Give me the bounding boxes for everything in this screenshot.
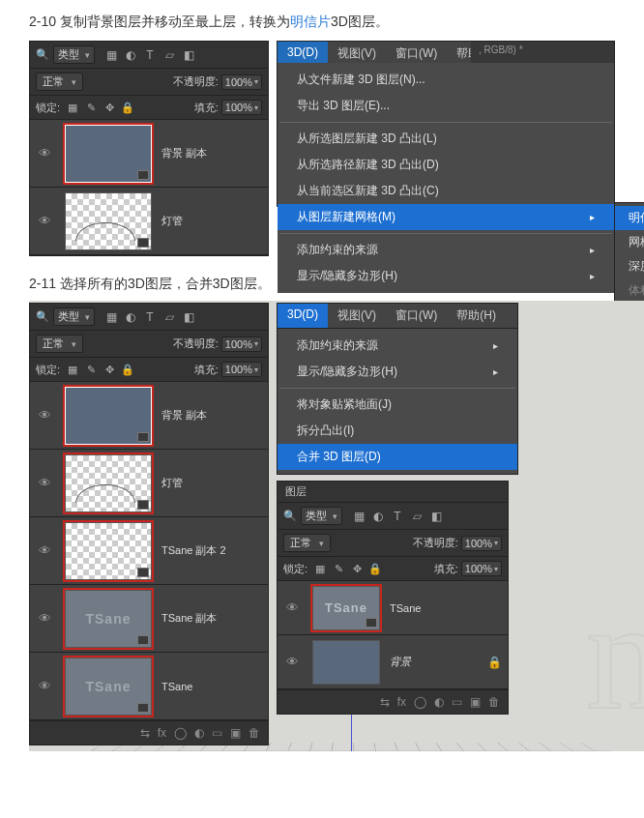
layer-thumb[interactable]: TSane (65, 657, 152, 716)
menu-help[interactable]: 帮助(H) (447, 304, 506, 328)
adjustment-icon[interactable]: ◐ (194, 726, 204, 740)
mi-add-constraint[interactable]: 添加约束的来源 (278, 237, 614, 263)
fill-value[interactable]: 100% (221, 100, 262, 115)
visibility-icon[interactable]: 👁 (30, 679, 59, 693)
lock-pixels-icon[interactable]: ▦ (66, 101, 79, 114)
mi-new-mesh[interactable]: 从图层新建网格(M) (278, 204, 614, 230)
lock-brush-icon[interactable]: ✎ (84, 363, 98, 376)
layer-row[interactable]: 👁 TSane TSane (30, 653, 268, 720)
layer-thumb[interactable] (312, 640, 380, 685)
filter-shape-icon[interactable]: ▱ (162, 48, 176, 62)
layer-thumb[interactable] (65, 387, 152, 445)
smi-postcard[interactable]: 明信片(P) (615, 206, 644, 230)
filter-type-icon[interactable]: T (391, 510, 404, 523)
layer-thumb[interactable] (65, 522, 152, 580)
layer-filter-kind[interactable]: 类型 (53, 45, 95, 64)
opacity-value[interactable]: 100% (221, 336, 262, 352)
mi-add-constraint[interactable]: 添加约束的来源 (278, 333, 517, 359)
layer-filter-kind[interactable]: 类型 (301, 507, 342, 525)
blend-mode-select[interactable]: 正常 (36, 73, 83, 91)
group-icon[interactable]: ▭ (452, 695, 462, 709)
group-icon[interactable]: ▭ (212, 726, 222, 740)
layer-name: TSane 副本 2 (161, 543, 268, 558)
layer-row[interactable]: 👁 背景 副本 (30, 120, 268, 188)
visibility-icon[interactable]: 👁 (278, 600, 307, 615)
filter-adjust-icon[interactable]: ◐ (124, 48, 137, 62)
menu-view[interactable]: 视图(V) (328, 304, 386, 328)
lock-pixels-icon[interactable]: ▦ (313, 562, 327, 575)
layer-thumb[interactable] (65, 454, 152, 512)
lock-position-icon[interactable]: ✥ (102, 101, 116, 114)
blend-mode-select[interactable]: 正常 (283, 534, 331, 552)
mi-snap-ground[interactable]: 将对象贴紧地面(J) (278, 392, 517, 418)
link-layers-icon[interactable]: ⇆ (140, 726, 150, 740)
menu-3d[interactable]: 3D(D) (278, 304, 328, 328)
layer-row[interactable]: 👁 背景 🔒 (278, 635, 508, 689)
filter-smart-icon[interactable]: ◧ (182, 310, 195, 324)
layer-filter-kind[interactable]: 类型 (53, 307, 95, 326)
visibility-icon[interactable]: 👁 (30, 476, 59, 490)
lock-position-icon[interactable]: ✥ (102, 363, 116, 376)
menu-window[interactable]: 窗口(W) (386, 304, 447, 328)
fill-value[interactable]: 100% (461, 561, 502, 576)
fx-icon[interactable]: fx (158, 726, 166, 740)
filter-adjust-icon[interactable]: ◐ (371, 510, 385, 523)
mi-extrude-path[interactable]: 从所选路径新建 3D 凸出(D) (278, 152, 614, 178)
lock-brush-icon[interactable]: ✎ (332, 562, 345, 575)
layer-row[interactable]: 👁 TSane TSane 副本 (30, 585, 268, 653)
link-layers-icon[interactable]: ⇆ (380, 695, 390, 709)
visibility-icon[interactable]: 👁 (30, 611, 59, 626)
doc-tab[interactable]: , RGB/8) * (471, 42, 614, 63)
mi-split-extrude[interactable]: 拆分凸出(I) (278, 418, 517, 444)
mi-new-from-file[interactable]: 从文件新建 3D 图层(N)... (278, 67, 614, 93)
new-layer-icon[interactable]: ▣ (470, 695, 481, 709)
mi-export-3d[interactable]: 导出 3D 图层(E)... (278, 93, 614, 119)
filter-type-icon[interactable]: T (143, 48, 157, 62)
trash-icon[interactable]: 🗑 (488, 695, 500, 709)
filter-image-icon[interactable]: ▦ (104, 48, 118, 62)
opacity-value[interactable]: 100% (461, 536, 502, 551)
mi-extrude-selection[interactable]: 从当前选区新建 3D 凸出(C) (278, 178, 614, 204)
filter-smart-icon[interactable]: ◧ (429, 510, 443, 523)
lock-pixels-icon[interactable]: ▦ (66, 363, 79, 376)
visibility-icon[interactable]: 👁 (278, 655, 307, 669)
layer-thumb[interactable] (65, 192, 152, 250)
visibility-icon[interactable]: 👁 (30, 543, 59, 558)
lock-position-icon[interactable]: ✥ (350, 562, 364, 575)
lock-all-icon[interactable]: 🔒 (121, 363, 134, 376)
filter-image-icon[interactable]: ▦ (104, 310, 118, 324)
lock-all-icon[interactable]: 🔒 (121, 101, 134, 114)
lock-brush-icon[interactable]: ✎ (84, 101, 98, 114)
trash-icon[interactable]: 🗑 (249, 726, 260, 740)
layer-thumb[interactable]: TSane (65, 590, 152, 648)
fx-icon[interactable]: fx (397, 695, 406, 709)
layer-thumb[interactable]: TSane (312, 586, 380, 630)
layer-row[interactable]: 👁 TSane TSane (278, 581, 508, 635)
filter-shape-icon[interactable]: ▱ (162, 310, 176, 324)
smi-mesh-preset[interactable]: 网格预设(M) (615, 230, 644, 254)
visibility-icon[interactable]: 👁 (30, 214, 59, 228)
mi-show-poly[interactable]: 显示/隐藏多边形(H) (278, 359, 517, 385)
filter-image-icon[interactable]: ▦ (352, 510, 366, 523)
layer-thumb[interactable] (65, 125, 152, 183)
layer-row[interactable]: 👁 灯管 (30, 188, 268, 255)
visibility-icon[interactable]: 👁 (30, 146, 59, 161)
visibility-icon[interactable]: 👁 (30, 408, 59, 423)
filter-shape-icon[interactable]: ▱ (410, 510, 424, 523)
layer-row[interactable]: 👁 背景 副本 (30, 382, 268, 450)
new-layer-icon[interactable]: ▣ (230, 726, 241, 740)
filter-type-icon[interactable]: T (143, 310, 157, 324)
mask-icon[interactable]: ◯ (414, 695, 426, 709)
adjustment-icon[interactable]: ◐ (434, 695, 444, 709)
mi-extrude-layer[interactable]: 从所选图层新建 3D 凸出(L) (278, 126, 614, 152)
mask-icon[interactable]: ◯ (174, 726, 187, 740)
mi-merge-3d[interactable]: 合并 3D 图层(D) (278, 444, 517, 470)
filter-smart-icon[interactable]: ◧ (182, 48, 195, 62)
lock-all-icon[interactable]: 🔒 (368, 562, 382, 575)
blend-mode-select[interactable]: 正常 (36, 335, 83, 353)
filter-adjust-icon[interactable]: ◐ (124, 310, 137, 324)
opacity-value[interactable]: 100% (221, 74, 262, 90)
layer-row[interactable]: 👁 灯管 (30, 450, 268, 517)
layer-row[interactable]: 👁 TSane 副本 2 (30, 517, 268, 585)
fill-value[interactable]: 100% (221, 362, 262, 377)
